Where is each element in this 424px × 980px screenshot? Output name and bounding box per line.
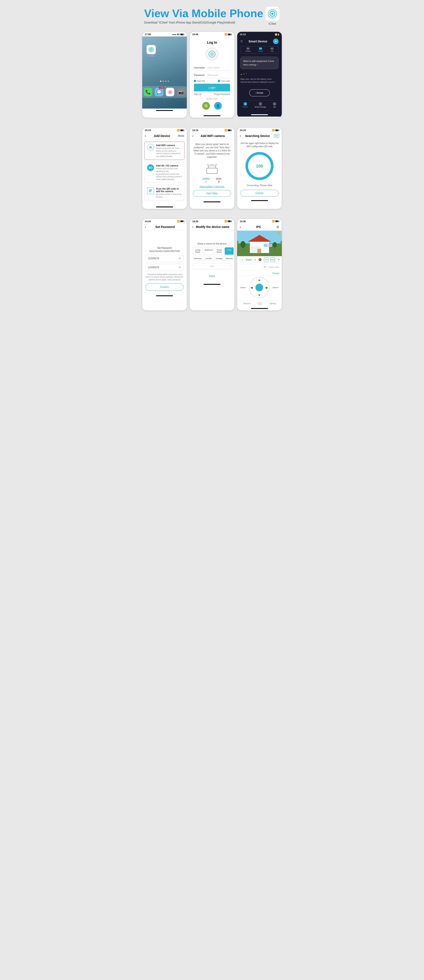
password-input-1[interactable]: 12345678 👁 xyxy=(145,255,184,262)
add-device-btn[interactable]: + xyxy=(273,38,279,44)
set-tab[interactable]: Set xyxy=(270,48,273,52)
camera-icon: 📷 xyxy=(178,89,184,95)
cruise-control[interactable]: ↻ Cruise control xyxy=(262,264,279,270)
hd-icon[interactable]: HD xyxy=(264,258,268,262)
dock-camera[interactable]: 📷 xyxy=(177,88,185,96)
svg-line-24 xyxy=(215,164,216,168)
home-indicator-2 xyxy=(190,114,234,118)
status-icons-9: 📶 xyxy=(272,220,279,223)
password-input[interactable]: Password xyxy=(208,74,218,76)
time-8: 14:25 xyxy=(192,220,198,223)
dock-messages[interactable]: 💬 3,566 xyxy=(155,88,163,96)
know-button[interactable]: I know xyxy=(249,89,270,97)
zoom-minus-btn[interactable]: − xyxy=(240,258,245,262)
username-input[interactable]: User Name xyxy=(208,66,220,69)
room-balcony[interactable]: Balcony xyxy=(225,256,233,261)
icsee-app[interactable]: iCSee xyxy=(146,45,156,57)
name-spacer xyxy=(193,234,231,242)
password-input-2[interactable]: 12345678 👁 xyxy=(145,264,184,271)
time-3: 14:13 xyxy=(240,33,246,36)
wifi-8: 📶 xyxy=(224,220,227,223)
share-tab[interactable]: Share xyxy=(246,48,251,52)
phones-row-1: 17:58 ●●● 4G iCSee xyxy=(138,29,286,122)
nav-me[interactable]: Me xyxy=(273,102,276,108)
room-guest-room[interactable]: Guest Room xyxy=(215,247,224,255)
zoom-plus-btn[interactable]: + xyxy=(253,258,257,262)
confirm-button[interactable]: Confirm xyxy=(145,283,184,291)
scan-qr-item[interactable]: Scan the QR code to add the camera By se… xyxy=(145,185,185,200)
nav-ptz[interactable]: PTZ xyxy=(258,302,262,305)
smart-device-content: ☰ Smart Device + Share Alarm xyxy=(237,37,282,113)
menu-icon[interactable]: ☰ xyxy=(240,40,243,43)
time-1: 17:58 xyxy=(145,33,151,36)
login-options: ✓ Save PW ✓ Auto Login xyxy=(194,80,230,82)
save-pw-checkbox[interactable]: ✓ xyxy=(194,80,196,82)
ptz-left-btn[interactable]: ◀ xyxy=(250,286,253,289)
ptz-up-btn[interactable]: ▲ xyxy=(258,278,261,282)
dock-photos[interactable]: 🌸 xyxy=(166,88,174,96)
room-garage[interactable]: Garage xyxy=(215,256,224,261)
time-5: 14:14 xyxy=(192,129,198,132)
mute-icon[interactable]: 🔇 xyxy=(257,258,262,262)
ipc-settings-icon[interactable]: ⚙ xyxy=(276,225,279,229)
wechat-login[interactable]: 微 xyxy=(202,102,210,110)
alarm-tab[interactable]: Alarm xyxy=(258,48,263,52)
preset-label[interactable]: Preset xyxy=(272,272,279,275)
help-link[interactable]: Have problem ? click here xyxy=(193,186,231,188)
svg-point-9 xyxy=(211,53,213,55)
band-24: 2.4GHz ✓ xyxy=(202,178,210,183)
eye-icon-2[interactable]: 👁 xyxy=(178,266,181,269)
cancel-button[interactable]: Cancel xyxy=(240,190,279,197)
smart-device-tabs: Share Alarm Set xyxy=(237,46,282,54)
preset-row: Preset xyxy=(237,271,282,276)
room-bedroom[interactable]: Bedroom xyxy=(204,247,214,255)
svg-rect-35 xyxy=(268,244,272,247)
more-btn-4[interactable]: More xyxy=(178,134,184,137)
login-button[interactable]: Login xyxy=(194,84,230,91)
next-step-button[interactable]: Next Step xyxy=(193,190,231,197)
room-doorway[interactable]: Doorway xyxy=(193,256,203,261)
room-corridor[interactable]: corridor xyxy=(204,256,214,261)
save-button[interactable]: Save xyxy=(193,273,231,279)
ptz-center-btn[interactable] xyxy=(256,284,263,291)
status-bar-1: 17:58 ●●● 4G xyxy=(142,32,187,37)
other-login[interactable]: 👤 xyxy=(214,102,222,110)
phone-add-wifi-camera: 14:14 📶 ‹ Add WiFi camera When your devi… xyxy=(189,127,235,209)
nav-device[interactable]: Device xyxy=(243,102,248,108)
battery-8 xyxy=(228,220,232,222)
camera-icons: 🔇 HD Auto ✂ 🎞 xyxy=(257,258,282,262)
add-4g-camera-item[interactable]: 4G Add 4G / 5G camera Please scan the QR… xyxy=(145,162,185,183)
room-study[interactable]: Study xyxy=(225,247,233,255)
nav-mobile-storage[interactable]: Mobile Storage xyxy=(255,102,266,108)
save-pw-row[interactable]: ✓ Save PW xyxy=(194,80,205,82)
auto-icon[interactable]: Auto xyxy=(270,258,275,262)
add-wifi-camera-item[interactable]: Add WiFi camera Please long-press the re… xyxy=(145,142,185,160)
nav-title-6: Searching Device xyxy=(241,134,274,138)
auto-login-row[interactable]: ✓ Auto Login xyxy=(218,80,230,82)
nav-intercom[interactable]: Intercom xyxy=(243,302,251,304)
auto-login-checkbox[interactable]: ✓ xyxy=(218,80,220,82)
wifi-camera-text: Add WiFi camera Please long-press the re… xyxy=(156,144,182,158)
dock-phone[interactable]: 📞 xyxy=(144,88,152,96)
band-24-label: 2.4GHz xyxy=(202,178,210,180)
messages-icon: 💬 xyxy=(156,89,162,95)
username-field[interactable]: Username User Name xyxy=(194,65,230,71)
forgot-password-link[interactable]: Forgot Password xyxy=(214,93,230,95)
qr-code-btn[interactable]: QR xyxy=(274,134,279,138)
battery-7 xyxy=(180,220,184,222)
ptz-right-btn[interactable]: ▶ xyxy=(266,286,268,289)
eye-icon-1[interactable]: 👁 xyxy=(178,257,181,260)
ptz-down-btn[interactable]: ▼ xyxy=(258,293,261,297)
phones-row-2: 14:13 📶 ‹ Add Device More xyxy=(138,125,286,213)
device-name-input[interactable]: IPC xyxy=(193,263,231,269)
nav-bar-7: ‹ Set Password xyxy=(142,223,187,231)
searching-info: click the upper right button to display … xyxy=(240,142,279,148)
quick-login-divider: Quick Login xyxy=(194,97,230,100)
status-icons-6: 📶 xyxy=(272,129,279,132)
zoom-minus-label: Zoom- xyxy=(240,286,246,289)
room-living-room[interactable]: Living Room xyxy=(193,247,203,255)
nav-lighting[interactable]: Lighting xyxy=(269,302,276,304)
password-field[interactable]: Password Password xyxy=(194,72,230,78)
scissors-icon[interactable]: ✂ xyxy=(277,258,281,262)
sign-up-link[interactable]: Sign Up xyxy=(194,93,202,95)
